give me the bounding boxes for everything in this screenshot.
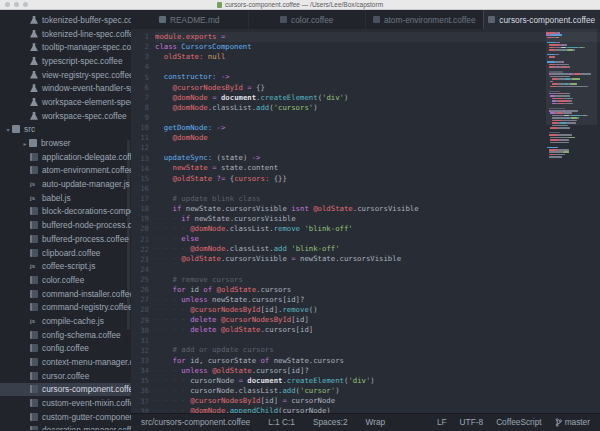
minimize-window-button[interactable] [14,2,19,7]
tree-item-typescript-spec-coffee[interactable]: typescript-spec.coffee [0,54,131,68]
code-line[interactable]: module.exports = [155,32,600,42]
code-line[interactable]: # remove cursors [155,275,600,285]
line-number[interactable]: 24 [131,265,149,275]
close-window-button[interactable] [5,2,10,7]
tree-item-workspace-element-spec-coffee[interactable]: workspace-element-spec.coffee [0,95,131,109]
tab-atom-environment-coffee[interactable]: atom-environment.coffee [365,10,483,29]
zoom-window-button[interactable] [23,2,28,7]
code-line[interactable]: @domNode = document.createElement('div') [155,93,600,103]
tree-item-application-delegate-coffee[interactable]: application-delegate.coffee [0,150,131,164]
encoding[interactable]: UTF-8 [460,417,484,427]
tab-cursors-component-coffee[interactable]: cursors-component.coffee [483,10,600,29]
code-line[interactable]: class CursorsComponent [155,42,600,52]
line-number[interactable]: 30 [131,326,149,336]
grammar[interactable]: CoffeeScript [496,417,542,427]
line-number[interactable]: 8 [131,103,149,113]
tree-item-view-registry-spec-coffee[interactable]: view-registry-spec.coffee [0,68,131,82]
code-line[interactable]: updateSync: (state) -> [155,153,600,163]
line-number[interactable]: 2 [131,42,149,52]
code-line[interactable] [155,335,600,345]
tree-item-cursor-coffee[interactable]: cursor.coffee [0,369,131,383]
tree-item-workspace-spec-coffee[interactable]: workspace-spec.coffee [0,109,131,123]
code-line[interactable]: for id, cursorState of newState.cursors [155,356,600,366]
code-line[interactable]: constructor: -> [155,72,600,82]
tree-item-context-menu-manager-coffee[interactable]: context-menu-manager.coffee [0,355,131,369]
line-number[interactable]: 29 [131,316,149,326]
code-line[interactable]: · · · if newState.cursorsVisible [155,214,600,224]
tree-item-command-registry-coffee[interactable]: command-registry.coffee [0,300,131,314]
code-line[interactable]: · · · else [155,234,600,244]
tree-item-buffered-node-process-coffee[interactable]: buffered-node-process.coffee [0,218,131,232]
indent-setting[interactable]: Spaces:2 [313,417,348,427]
code-line[interactable]: · · · unless newState.cursors[id]? [155,295,600,305]
code-line[interactable]: @cursorNodesById = {} [155,83,600,93]
line-number[interactable]: 23 [131,255,149,265]
code-line[interactable]: @domNode [155,133,600,143]
git-branch[interactable]: master [555,417,590,427]
tree-item-tokenized-line-spec-coffee[interactable]: tokenized-line-spec.coffee [0,27,131,41]
line-number[interactable]: 19 [131,214,149,224]
code-line[interactable] [155,184,600,194]
code-line[interactable]: · · · · delete @oldState.cursors[id] [155,325,600,335]
tree-item-decoration-manager-coffee[interactable]: decoration-manager.coffee [0,424,131,430]
code-line[interactable] [155,143,600,153]
line-number[interactable]: 17 [131,194,149,204]
line-number[interactable]: 18 [131,204,149,214]
minimap[interactable] [546,29,597,413]
line-number[interactable]: 16 [131,184,149,194]
line-number[interactable]: 21 [131,235,149,245]
line-number[interactable]: 35 [131,376,149,386]
tree-item-coffee-script-js[interactable]: jscoffee-script.js [0,259,131,273]
code-line[interactable]: · · · · @cursorNodesById[id].remove() [155,305,600,315]
line-number[interactable]: 12 [131,143,149,153]
code-line[interactable] [155,113,600,123]
tree-item-atom-environment-coffee[interactable]: atom-environment.coffee [0,164,131,178]
code-line[interactable]: oldState: null [155,52,600,62]
cursor-position[interactable]: L:1 C:1 [268,417,295,427]
line-number[interactable]: 34 [131,366,149,376]
code-area[interactable]: module.exports =class CursorsComponent o… [155,29,600,413]
line-number[interactable]: 11 [131,133,149,143]
line-number[interactable]: 10 [131,123,149,133]
tree-item-src[interactable]: ▾src [0,123,131,137]
line-number[interactable]: 5 [131,73,149,83]
line-number[interactable]: 26 [131,285,149,295]
line-number[interactable]: 36 [131,386,149,396]
line-number[interactable]: 38 [131,407,149,413]
code-line[interactable]: · · · unless @oldState.cursors[id]? [155,366,600,376]
file-path[interactable]: src/cursors-component.coffee [141,417,250,427]
code-line[interactable] [155,265,600,275]
tab-readme-md[interactable]: README.md [131,10,248,29]
line-number[interactable]: 15 [131,174,149,184]
tree-item-auto-update-manager-js[interactable]: jsauto-update-manager.js [0,177,131,191]
tree-item-color-coffee[interactable]: color.coffee [0,273,131,287]
line-number[interactable]: 32 [131,346,149,356]
code-line[interactable]: · · · · @cursorNodesById[id] = cursorNod… [155,396,600,406]
tree-item-command-installer-coffee[interactable]: command-installer.coffee [0,287,131,301]
tree-item-tooltip-manager-spec-coffee[interactable]: tooltip-manager-spec.coffee [0,40,131,54]
code-line[interactable]: newState = state.content [155,163,600,173]
tree-item-window-event-handler-spec-coffee[interactable]: window-event-handler-spec.coffee [0,81,131,95]
line-number[interactable]: 33 [131,356,149,366]
code-line[interactable]: @domNode.classList.add('cursors') [155,103,600,113]
tree-item-tokenized-buffer-spec-coffee[interactable]: tokenized-buffer-spec.coffee [0,13,131,27]
tree-scrollbar-thumb[interactable] [127,140,130,330]
line-number[interactable]: 37 [131,397,149,407]
tree-item-babel-js[interactable]: jsbabel.js [0,191,131,205]
line-number[interactable]: 28 [131,305,149,315]
line-number[interactable]: 1 [131,32,149,42]
line-number[interactable]: 25 [131,275,149,285]
tab-color-coffee[interactable]: color.coffee [248,10,366,29]
code-line[interactable]: @oldState ?= {cursors: {}} [155,174,600,184]
code-line[interactable]: # add or update cursors [155,345,600,355]
line-number[interactable]: 3 [131,52,149,62]
code-line[interactable]: · · · · delete @cursorNodesById[id] [155,315,600,325]
wrap-setting[interactable]: Wrap [366,417,386,427]
tree-item-compile-cache-js[interactable]: jscompile-cache.js [0,314,131,328]
tree-item-block-decorations-component-coffee[interactable]: block-decorations-component.coffee [0,205,131,219]
code-line[interactable]: · · · · cursorNode = document.createElem… [155,376,600,386]
line-number[interactable]: 31 [131,336,149,346]
line-number[interactable]: 9 [131,113,149,123]
code-line[interactable]: · · · · @domNode.classList.add 'blink-of… [155,244,600,254]
code-line[interactable] [155,62,600,72]
